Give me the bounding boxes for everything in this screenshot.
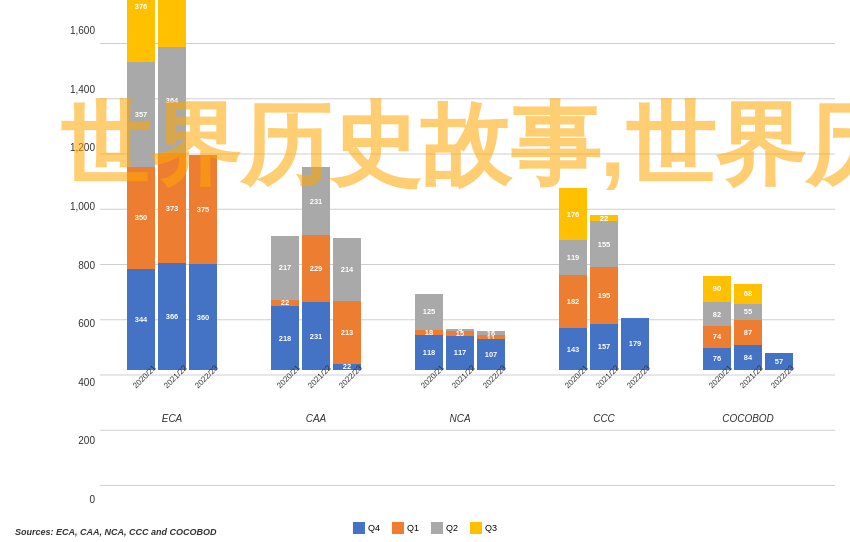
bar-value-label: 231 [310,197,323,206]
bar-value-label: 364 [166,96,179,105]
bar-segment-q4: 366 [158,263,186,370]
y-axis-label: 1,200 [70,142,95,153]
bar-segment-q2: 214 [333,238,361,301]
bar-value-label: 143 [567,345,580,354]
bar-segment-q3: 90 [703,276,731,302]
bar-value-label: 87 [744,328,752,337]
bar-segment-q1: 182 [559,275,587,328]
bar-value-label: 217 [279,263,292,272]
bar-value-label: 357 [135,110,148,119]
group-cocobod: 908274762020/21685587842021/22572022/23C… [676,276,820,424]
bar-segment-q2: 357 [127,62,155,167]
y-axis-label: 600 [78,318,95,329]
legend-color-q3 [470,522,482,534]
y-axis-label: 800 [78,259,95,270]
bar-segment-q2: 119 [559,240,587,275]
bar-value-label: 55 [744,307,752,316]
group-eca: 3763573503442020/213703643733662021/2237… [100,0,244,424]
bar-value-label: 82 [713,310,721,319]
bar-stack: 214213222022/23 [333,238,361,383]
bar-value-label: 195 [598,291,611,300]
bar-stack: 685587842021/22 [734,284,762,383]
group-name-label: ECA [162,413,183,424]
bar-value-label: 213 [341,328,354,337]
bar-stack: 2312292312021/22 [302,167,330,383]
bar-value-label: 118 [423,348,436,357]
bar-stack: 1792022/23 [621,318,649,383]
group-ccc: 1761191821432020/21221551951572021/22179… [532,188,676,424]
bar-segment-q2: 231 [302,167,330,235]
bar-segment-q1: 375 [189,155,217,265]
bars-area: 3763573503442020/213703643733662021/2237… [100,30,820,424]
bar-segment-q4: 179 [621,318,649,370]
bar-stack: 3753602022/23 [189,155,217,383]
legend-item-q1: Q1 [392,522,419,534]
y-axis-label: 200 [78,435,95,446]
group-caa: 217222182020/212312292312021/22214213222… [244,167,388,424]
bar-segment-q2: 55 [734,304,762,320]
bar-stack: 16111072022/23 [477,331,505,383]
legend-item-q4: Q4 [353,522,380,534]
group-name-label: COCOBOD [722,413,774,424]
bar-segment-q4: 231 [302,302,330,370]
legend-color-q1 [392,522,404,534]
legend: Q4Q1Q2Q3 [353,522,497,534]
bar-segment-q1: 74 [703,326,731,348]
y-axis-label: 1,400 [70,83,95,94]
bar-segment-q3: 376 [127,0,155,62]
bar-value-label: 350 [135,213,148,222]
bar-value-label: 231 [310,332,323,341]
group-name-label: CAA [306,413,327,424]
bar-value-label: 182 [567,297,580,306]
legend-color-q2 [431,522,443,534]
bar-segment-q2: 364 [158,47,186,154]
legend-label-q2: Q2 [446,523,458,533]
bar-stack: 221551951572021/22 [590,215,618,383]
bar-segment-q4: 360 [189,264,217,370]
bar-value-label: 344 [135,315,148,324]
bar-value-label: 375 [197,205,210,214]
bar-segment-q1: 373 [158,153,186,262]
bar-segment-q2: 155 [590,221,618,266]
bar-value-label: 119 [567,253,580,262]
bar-value-label: 107 [485,350,498,359]
bar-value-label: 155 [598,240,611,249]
bar-value-label: 366 [166,312,179,321]
bar-segment-q1: 213 [333,301,361,363]
bar-segment-q2: 217 [271,236,299,300]
bar-segment-q2: 125 [415,294,443,331]
bar-segment-q3: 176 [559,188,587,240]
bar-value-label: 214 [341,265,354,274]
y-axis-label: 1,000 [70,200,95,211]
group-nca: 125181182020/219151172021/2216111072022/… [388,294,532,424]
bar-stack: 3703643733662021/22 [158,0,186,383]
bar-stack: 3763573503442020/21 [127,0,155,383]
group-name-label: NCA [449,413,470,424]
legend-item-q3: Q3 [470,522,497,534]
y-axis-label: 1,600 [70,25,95,36]
legend-label-q4: Q4 [368,523,380,533]
bar-value-label: 57 [775,357,783,366]
legend-item-q2: Q2 [431,522,458,534]
y-axis-label: 400 [78,376,95,387]
bar-segment-q1: 229 [302,235,330,302]
bar-value-label: 157 [598,342,611,351]
bar-stack: 9151172021/22 [446,329,474,383]
bar-stack: 572022/23 [765,353,793,383]
bar-value-label: 376 [135,2,148,11]
bar-segment-q4: 344 [127,269,155,370]
bar-segment-q3: 370 [158,0,186,47]
legend-label-q3: Q3 [485,523,497,533]
bar-value-label: 117 [454,348,467,357]
bar-value-label: 373 [166,204,179,213]
bar-segment-q1: 350 [127,167,155,270]
chart-container: 世界历史故事,世界历 1,6001,4001,2001,000800600400… [0,0,850,542]
bar-stack: 125181182020/21 [415,294,443,383]
bar-value-label: 218 [279,334,292,343]
bar-stack: 1761191821432020/21 [559,188,587,383]
bar-value-label: 76 [713,354,721,363]
bar-value-label: 74 [713,332,721,341]
bar-value-label: 176 [567,210,580,219]
source-text: Sources: ECA, CAA, NCA, CCC and COCOBOD [15,527,217,537]
bar-segment-q1: 195 [590,267,618,324]
